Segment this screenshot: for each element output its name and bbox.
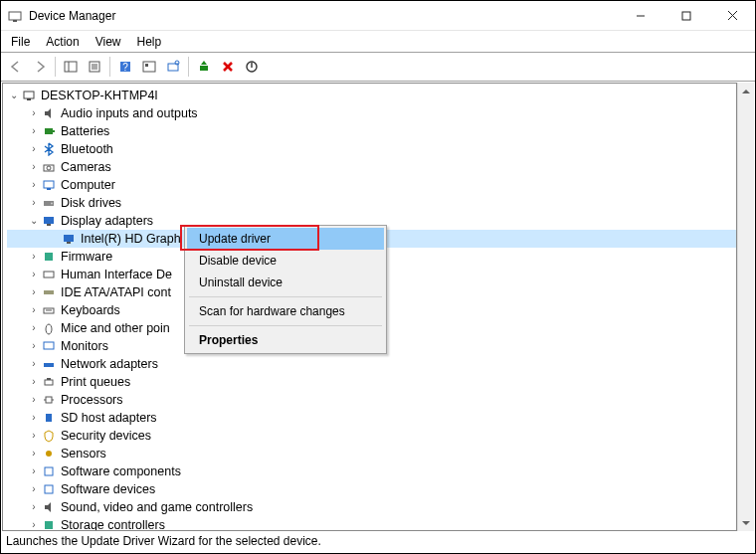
scan-button[interactable] [162,56,184,78]
svg-rect-46 [46,397,52,403]
svg-rect-24 [45,128,53,134]
svg-rect-3 [682,12,690,20]
ctx-separator [189,325,382,326]
tree-item-label: Storage controllers [61,516,165,531]
ctx-properties[interactable]: Properties [187,329,384,351]
chevron-right-icon[interactable]: › [27,124,41,138]
menubar: File Action View Help [1,31,755,52]
chevron-right-icon[interactable]: › [27,429,41,443]
properties-button[interactable] [84,56,105,78]
sound-icon [41,499,57,515]
uninstall-button[interactable] [217,56,239,78]
tree-item[interactable]: ›Cameras [7,158,736,176]
chevron-right-icon[interactable]: › [27,196,41,210]
highlight-box [180,225,319,251]
scroll-down-button[interactable] [738,514,754,531]
tree-item[interactable]: ›Sensors [7,445,736,462]
scrollbar[interactable] [737,83,754,531]
chevron-right-icon[interactable]: › [27,285,41,299]
svg-point-41 [46,324,52,334]
tree-item[interactable]: ›Security devices [7,427,736,445]
tree-item[interactable]: ›Batteries [7,122,736,140]
tree-item[interactable]: ›Storage controllers [7,516,736,531]
app-icon [7,8,23,24]
chevron-right-icon[interactable]: › [27,357,41,371]
tree-root[interactable]: ⌄ DESKTOP-KHTMP4I [7,87,736,104]
menu-action[interactable]: Action [40,34,85,50]
chevron-right-icon[interactable]: › [27,482,41,496]
chevron-right-icon[interactable]: › [27,339,41,353]
ctx-scan-hardware[interactable]: Scan for hardware changes [187,300,384,322]
ctx-disable-device[interactable]: Disable device [187,250,384,272]
update-driver-button[interactable] [193,56,215,78]
bluetooth-icon [41,141,57,157]
chevron-right-icon[interactable]: › [27,321,41,335]
menu-file[interactable]: File [5,34,36,50]
tree-item[interactable]: ›SD host adapters [7,409,736,427]
maximize-button[interactable] [663,1,709,30]
tree-item[interactable]: ›Computer [7,176,736,194]
chevron-right-icon[interactable]: › [27,464,41,478]
tree-item[interactable]: ›Bluetooth [7,140,736,158]
menu-help[interactable]: Help [131,34,168,50]
tree-item[interactable]: ›Sound, video and game controllers [7,498,736,516]
tree-item-label: Network adapters [61,355,158,373]
action1-button[interactable] [138,56,160,78]
titlebar: Device Manager [1,1,755,31]
toolbar: ? [1,53,755,81]
chevron-right-icon[interactable]: › [27,447,41,461]
chevron-down-icon[interactable]: ⌄ [7,89,21,102]
tree-item-label: Intel(R) HD Graph [81,230,181,248]
svg-rect-49 [46,414,52,422]
help-button[interactable]: ? [114,56,136,78]
tree-item-label: Print queues [61,373,130,391]
chevron-down-icon[interactable]: ⌄ [27,214,41,228]
scroll-up-button[interactable] [738,83,754,99]
tree-item[interactable]: ›Network adapters [7,355,736,373]
chevron-right-icon[interactable]: › [27,393,41,407]
svg-rect-32 [44,217,54,224]
forward-button[interactable] [29,56,51,78]
svg-rect-14 [143,62,155,72]
tree-item[interactable]: ›Software components [7,462,736,480]
svg-rect-51 [45,467,53,475]
back-button[interactable] [5,56,27,78]
close-button[interactable] [709,1,755,30]
tree-item-label: Monitors [61,337,108,355]
tree-item-label: Computer [61,176,115,194]
window-buttons [618,1,755,30]
tree-item-label: Software components [61,462,181,480]
chevron-right-icon[interactable]: › [27,268,41,281]
chevron-right-icon[interactable]: › [27,411,41,425]
disable-button[interactable] [241,56,263,78]
tree-item[interactable]: ›Print queues [7,373,736,391]
svg-rect-25 [53,130,55,132]
tree-item[interactable]: ›Audio inputs and outputs [7,104,736,122]
ctx-uninstall-device[interactable]: Uninstall device [187,272,384,293]
minimize-button[interactable] [618,1,663,30]
tree-item[interactable]: ›Processors [7,391,736,409]
show-hide-tree-button[interactable] [60,56,82,78]
svg-rect-45 [47,378,51,380]
chevron-right-icon[interactable]: › [27,178,41,192]
chevron-right-icon[interactable]: › [27,106,41,120]
display-icon [41,213,57,229]
tree-item[interactable]: ›Software devices [7,480,736,498]
status-bar: Launches the Update Driver Wizard for th… [2,532,754,552]
tree-item-label: Mice and other poin [61,319,170,337]
tree-item-label: Audio inputs and outputs [61,104,198,122]
svg-rect-42 [44,342,54,349]
menu-view[interactable]: View [90,34,127,50]
chevron-right-icon[interactable]: › [27,375,41,389]
tree-item-label: Sensors [61,445,106,462]
chevron-right-icon[interactable]: › [27,303,41,317]
chevron-right-icon[interactable]: › [27,518,41,531]
svg-point-50 [46,451,52,457]
chevron-right-icon[interactable]: › [27,250,41,264]
svg-rect-0 [9,12,21,20]
tree-item-label: Software devices [61,480,155,498]
chevron-right-icon[interactable]: › [27,500,41,514]
chevron-right-icon[interactable]: › [27,160,41,174]
tree-item[interactable]: ›Disk drives [7,194,736,212]
chevron-right-icon[interactable]: › [27,142,41,156]
